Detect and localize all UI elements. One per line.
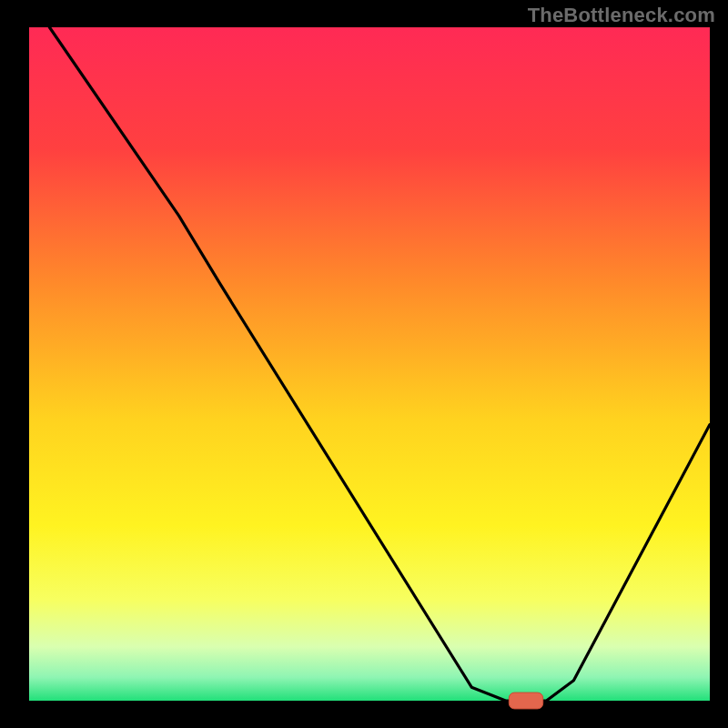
optimum-marker — [509, 693, 542, 709]
plot-background — [29, 27, 710, 701]
watermark-text: TheBottleneck.com — [528, 4, 715, 27]
bottleneck-chart — [0, 0, 728, 728]
